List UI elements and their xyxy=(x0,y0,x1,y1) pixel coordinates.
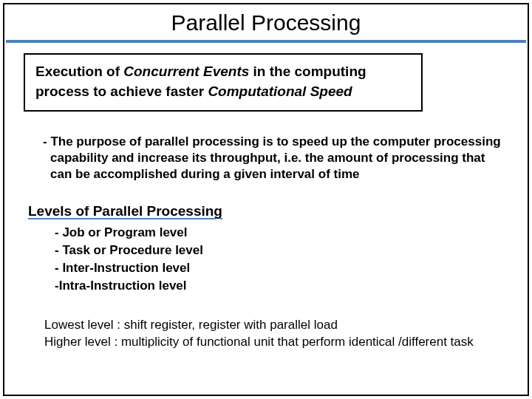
title-underline xyxy=(6,40,526,43)
slide-border xyxy=(3,3,529,396)
title-block: Parallel Processing xyxy=(0,0,532,43)
slide-title: Parallel Processing xyxy=(0,10,532,35)
